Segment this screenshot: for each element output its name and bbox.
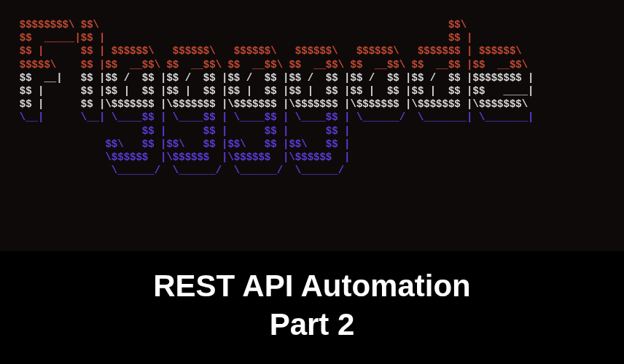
ascii-line: $$ | $$ | $$$$$$\ $$$$$$\ $$$$$$\ $$$$$$… <box>7 44 617 58</box>
ascii-line: $$$$$\ $$ |$$ __$$\ $$ __$$\ $$ __$$\ $$… <box>7 58 617 71</box>
ascii-line: $$ __| $$ |$$ / $$ |$$ / $$ |$$ / $$ |$$… <box>7 71 617 84</box>
ascii-line: \__| \__| \____$$ | \____$$ | \____$$ | … <box>7 111 617 124</box>
ascii-line: $$ | $$ | $$ | $$ | <box>7 124 617 138</box>
ascii-line: $$ _____|$$ | $$ | <box>7 31 617 44</box>
ascii-line: $$\ $$ |$$\ $$ |$$\ $$ |$$\ $$ | <box>7 138 617 151</box>
ascii-line: $$$$$$$$\ $$\ $$\ <box>7 18 617 31</box>
ascii-line: \______/ \______/ \______/ \______/ <box>7 164 617 177</box>
ascii-art-banner: $$$$$$$$\ $$\ $$\ $$ _____|$$ | $$ | $$ … <box>0 0 624 184</box>
footer-bar: REST API Automation Part 2 <box>0 251 624 364</box>
ascii-line: $$ | $$ |\$$$$$$$ |\$$$$$$$ |\$$$$$$$ |\… <box>7 98 617 111</box>
ascii-line: \$$$$$$ |\$$$$$$ |\$$$$$$ |\$$$$$$ | <box>7 151 617 164</box>
ascii-line: $$ | $$ |$$ | $$ |$$ | $$ |$$ | $$ |$$ |… <box>7 84 617 98</box>
footer-subtitle: Part 2 <box>7 306 617 344</box>
footer-title: REST API Automation <box>7 267 617 306</box>
